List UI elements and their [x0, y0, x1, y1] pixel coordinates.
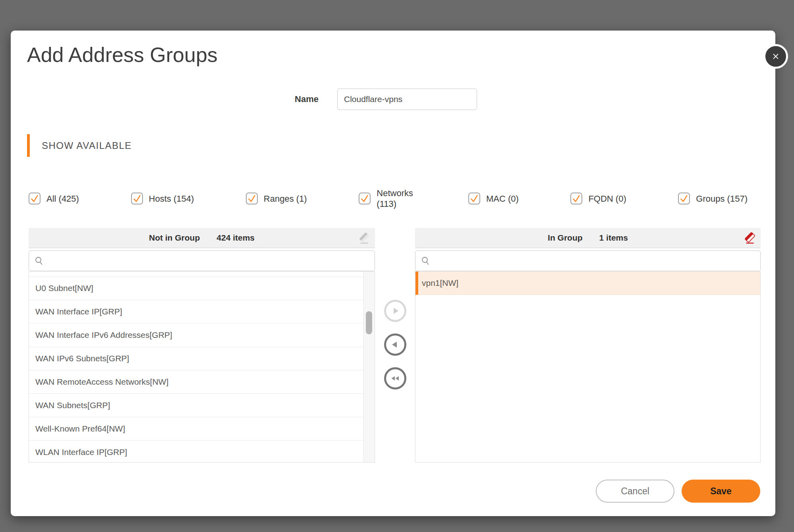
close-button[interactable] [763, 44, 788, 69]
close-icon [770, 51, 781, 62]
not-in-group-count: 424 items [216, 233, 255, 243]
list-item[interactable]: WAN RemoteAccess Networks[NW] [29, 370, 363, 394]
name-field[interactable] [337, 89, 477, 110]
list-item[interactable]: WAN Interface IPv6 Addresses[GRP] [29, 324, 363, 347]
filter-mac[interactable]: MAC (0) [468, 193, 519, 204]
filter-fqdn[interactable]: FQDN (0) [570, 193, 626, 204]
in-group-panel: In Group 1 items [415, 228, 761, 463]
in-group-searchbox [415, 251, 761, 271]
fqdn-checkbox[interactable] [570, 193, 582, 204]
all-checkbox[interactable] [29, 193, 41, 204]
clear-in-group-button[interactable] [744, 232, 757, 245]
filter-row: All (425) Hosts (154) Ranges (1) Network… [29, 183, 748, 214]
filter-hosts[interactable]: Hosts (154) [131, 193, 194, 204]
cancel-button[interactable]: Cancel [596, 480, 674, 503]
filter-all-label: All (425) [46, 193, 79, 204]
in-group-count: 1 items [599, 233, 628, 243]
eraser-icon-red [744, 232, 757, 244]
in-group-list: vpn1[NW] [415, 271, 761, 463]
filter-networks-label: Networks (113) [377, 188, 416, 209]
not-in-group-panel: Not in Group 424 items [29, 228, 375, 463]
list-item[interactable]: WAN IPv6 Subnets[GRP] [29, 347, 363, 370]
filter-mac-label: MAC (0) [486, 193, 519, 204]
mac-checkbox[interactable] [468, 193, 480, 204]
page-title: Add Address Groups [27, 42, 218, 67]
scrollbar-thumb[interactable] [366, 311, 372, 334]
list-row-partial [29, 272, 363, 277]
search-icon [421, 256, 431, 266]
in-group-search-input[interactable] [433, 251, 757, 272]
list-item[interactable]: WAN Subnets[GRP] [29, 394, 363, 417]
ranges-checkbox[interactable] [246, 193, 258, 204]
groups-checkbox[interactable] [678, 193, 690, 204]
arrow-left-icon [390, 339, 400, 350]
move-all-left-button[interactable] [384, 367, 406, 389]
show-available-section: SHOW AVAILABLE [27, 134, 132, 157]
arrow-right-icon [390, 306, 400, 316]
scrollbar[interactable] [363, 272, 375, 462]
filter-fqdn-label: FQDN (0) [588, 193, 626, 204]
filter-ranges[interactable]: Ranges (1) [246, 193, 307, 204]
not-in-group-header: Not in Group 424 items [29, 228, 375, 248]
move-right-button[interactable] [384, 300, 406, 322]
move-left-button[interactable] [384, 333, 406, 356]
filter-all[interactable]: All (425) [29, 193, 79, 204]
networks-checkbox[interactable] [359, 193, 371, 204]
in-group-header: In Group 1 items [415, 228, 761, 248]
list-item[interactable]: U0 Subnet[NW] [29, 277, 363, 300]
search-icon [34, 256, 44, 266]
section-title: SHOW AVAILABLE [42, 140, 132, 151]
filter-groups-label: Groups (157) [696, 193, 748, 204]
filter-ranges-label: Ranges (1) [264, 193, 307, 204]
clear-not-in-group-button[interactable] [358, 232, 371, 245]
add-address-groups-dialog: Add Address Groups Name SHOW AVAILABLE A… [11, 31, 775, 516]
transfer-buttons [384, 300, 406, 389]
eraser-icon [358, 232, 371, 244]
name-field-label: Name [249, 89, 319, 110]
list-item[interactable]: WAN Interface IP[GRP] [29, 300, 363, 324]
list-item[interactable]: Well-Known Pref64[NW] [29, 417, 363, 441]
list-item-selected[interactable]: vpn1[NW] [415, 272, 760, 295]
in-group-title: In Group [548, 233, 583, 243]
not-in-group-list: U0 Subnet[NW] WAN Interface IP[GRP] WAN … [29, 271, 375, 463]
list-item[interactable]: WLAN Interface IP[GRP] [29, 441, 363, 463]
not-in-group-title: Not in Group [149, 233, 200, 243]
filter-groups[interactable]: Groups (157) [678, 193, 748, 204]
hosts-checkbox[interactable] [131, 193, 143, 204]
filter-networks[interactable]: Networks (113) [359, 188, 416, 209]
save-button[interactable]: Save [682, 480, 760, 503]
double-arrow-left-icon [390, 373, 401, 384]
not-in-group-searchbox [29, 251, 375, 271]
not-in-group-search-input[interactable] [46, 251, 371, 272]
filter-hosts-label: Hosts (154) [149, 193, 194, 204]
section-accent-bar [27, 134, 30, 157]
